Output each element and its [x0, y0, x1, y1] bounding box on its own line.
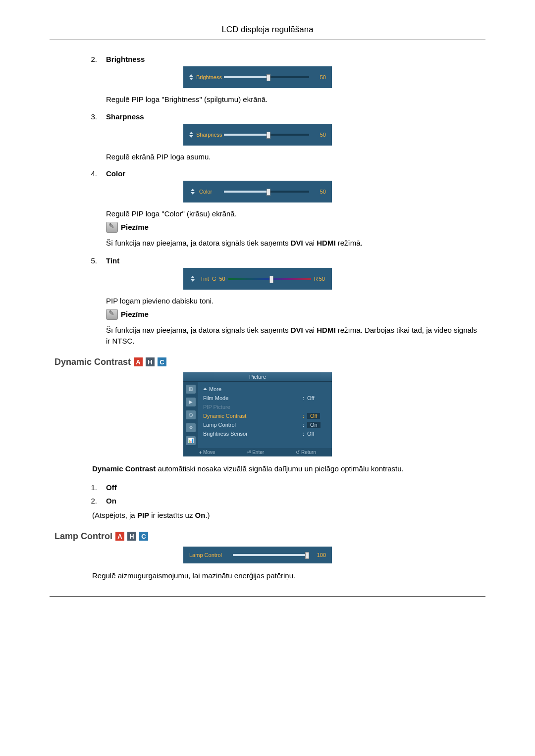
note-label: Piezīme	[121, 310, 149, 318]
slider-track[interactable]	[224, 191, 309, 193]
opt-on: 2. On	[89, 497, 481, 505]
item-number: 3.	[89, 112, 97, 121]
slider-thumb[interactable]	[267, 132, 270, 139]
menu-row-dynamic-contrast[interactable]: Dynamic Contrast : Off	[203, 411, 327, 420]
badge-c-icon: C	[158, 357, 166, 366]
item-number: 4.	[89, 169, 97, 178]
item-desc: Regulē PIP loga "Brightness" (spilgtumu)…	[106, 94, 481, 105]
item-label: Color	[106, 169, 125, 178]
menu-more[interactable]: More	[203, 385, 327, 394]
item-desc: PIP logam pievieno dabisku toni.	[106, 296, 481, 307]
note-icon	[106, 222, 118, 233]
slider-value: 50	[313, 189, 326, 195]
tint-r-value: 50	[319, 276, 325, 282]
item-label: Brightness	[106, 55, 145, 63]
page: LCD displeja regulēšana 2. Brightness Br…	[0, 0, 535, 616]
menu-icon[interactable]: ◷	[186, 410, 196, 419]
lamp-control-desc: Regulē aizmugurgaismojumu, lai mazinātu …	[92, 570, 481, 582]
item-number: 2.	[89, 55, 97, 63]
menu-footer: ♦ Move ⏎ Enter ↺ Return	[183, 448, 332, 456]
slider-label: Tint	[200, 276, 209, 282]
slider-label: Brightness	[196, 74, 222, 80]
slider-track[interactable]	[233, 554, 309, 556]
badge-a-icon: A	[115, 532, 124, 541]
sharpness-slider[interactable]: Sharpness 50	[183, 124, 332, 146]
arrow-stack-icon	[189, 131, 193, 138]
badge-h-icon: H	[127, 532, 136, 541]
brightness-slider[interactable]: Brightness 50	[183, 66, 332, 88]
badge-c-icon: C	[139, 532, 148, 541]
slider-label: Sharpness	[196, 132, 222, 138]
tint-track[interactable]	[228, 278, 311, 280]
arrow-stack-icon	[189, 74, 193, 81]
badge-h-icon: H	[146, 357, 155, 366]
lamp-control-slider[interactable]: Lamp Control 100	[183, 547, 332, 563]
tint-r-label: R	[314, 276, 318, 282]
tint-g-value: 50	[219, 276, 225, 282]
footer-return: ↺ Return	[296, 450, 316, 455]
opt-off: 1. Off	[89, 483, 481, 492]
slider-thumb[interactable]	[305, 552, 309, 559]
slider-label: Color	[199, 189, 212, 195]
menu-row-brightness-sensor[interactable]: Brightness Sensor : Off	[203, 429, 327, 438]
note-label: Piezīme	[121, 223, 149, 231]
slider-track[interactable]	[224, 76, 309, 78]
tint-thumb[interactable]	[269, 276, 273, 283]
slider-value: 100	[313, 552, 326, 558]
heading-dynamic-contrast: Dynamic Contrast A H C	[54, 357, 481, 367]
item-label: Sharpness	[106, 112, 144, 121]
page-title: LCD displeja regulēšana	[0, 25, 535, 40]
note-body: Šī funkcija nav pieejama, ja datora sign…	[106, 325, 481, 347]
menu-rows: More Film Mode : Off PIP Picture Dynamic…	[198, 382, 332, 448]
arrow-stack-icon	[189, 275, 196, 282]
item-brightness: 2. Brightness Brightness	[54, 55, 481, 105]
note-icon	[106, 309, 118, 320]
slider-track[interactable]	[224, 134, 309, 136]
item-label: Tint	[106, 256, 119, 265]
menu-row-pip-picture: PIP Picture	[203, 403, 327, 411]
menu-title: Picture	[183, 372, 332, 382]
menu-sidebar-icons: ⊞ ▶ ◷ ⚙ 📊	[183, 382, 198, 448]
slider-value: 50	[313, 132, 326, 138]
up-arrow-icon	[203, 388, 207, 390]
slider-thumb[interactable]	[267, 74, 270, 81]
item-desc: Regulē PIP loga "Color" (krāsu) ekrānā.	[106, 208, 481, 220]
menu-row-lamp-control[interactable]: Lamp Control : On	[203, 420, 327, 429]
menu-icon[interactable]: 📊	[186, 436, 196, 445]
item-desc: Regulē ekrānā PIP loga asumu.	[106, 151, 481, 163]
item-sharpness: 3. Sharpness Sharpness	[54, 112, 481, 163]
note-body: Šī funkcija nav pieejama, ja datora sign…	[106, 238, 481, 249]
footer-rule	[50, 596, 485, 597]
slider-value: 50	[313, 74, 326, 80]
menu-icon[interactable]: ⊞	[186, 385, 196, 394]
item-color: 4. Color Color 50	[54, 169, 481, 249]
tint-slider[interactable]: Tint G 50 R 50	[183, 268, 332, 290]
dynamic-contrast-disabled: (Atspējots, ja PIP ir iestatīts uz On.)	[92, 510, 481, 521]
menu-row-film-mode[interactable]: Film Mode : Off	[203, 394, 327, 403]
tint-g-label: G	[212, 276, 216, 282]
slider-label: Lamp Control	[189, 552, 229, 558]
slider-thumb[interactable]	[267, 189, 270, 196]
dynamic-contrast-desc: Dynamic Contrast automātiski nosaka vizu…	[92, 463, 481, 475]
footer-move: ♦ Move	[199, 450, 215, 455]
arrow-stack-icon	[189, 188, 196, 195]
item-tint: 5. Tint Tint G 50 R 50 PIP l	[54, 256, 481, 347]
badge-a-icon: A	[134, 357, 143, 366]
menu-icon[interactable]: ⚙	[186, 423, 196, 432]
item-number: 5.	[89, 256, 97, 265]
menu-icon[interactable]: ▶	[186, 398, 196, 406]
heading-lamp-control: Lamp Control A H C	[54, 531, 481, 542]
footer-enter: ⏎ Enter	[247, 450, 264, 455]
color-slider[interactable]: Color 50	[183, 181, 332, 202]
picture-menu[interactable]: Picture ⊞ ▶ ◷ ⚙ 📊 More Film Mode	[183, 372, 332, 456]
content: 2. Brightness Brightness	[0, 40, 535, 581]
